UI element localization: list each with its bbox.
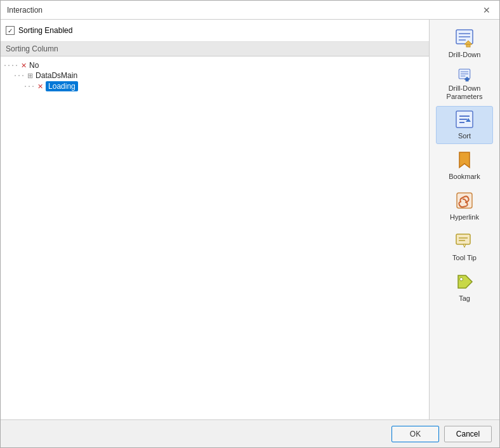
drill-down-params-icon (454, 68, 475, 82)
drill-down-icon (454, 28, 475, 48)
svg-rect-17 (457, 193, 472, 208)
drill-down-params-label: Drill-DownParameters (447, 84, 483, 101)
sidebar-btn-drill-down-params[interactable]: Drill-DownParameters (436, 65, 493, 103)
tooltip-icon (454, 231, 475, 251)
svg-rect-11 (466, 79, 468, 81)
tree-label-loading: Loading (46, 81, 78, 91)
tree-label-datadsMain: DataDsMain (36, 71, 77, 80)
dialog-footer: OK Cancel (1, 419, 499, 447)
tree-item-datadsMain[interactable]: ··· ⊞ DataDsMain (3, 70, 426, 81)
x-icon: ✕ (37, 82, 43, 91)
sorting-enabled-label: Sorting Enabled (18, 26, 72, 35)
tree-connector: ···· (3, 62, 18, 69)
tree-connector: ··· (13, 72, 25, 79)
tree-label-no: No (29, 61, 39, 70)
tree-area: ···· ✕ No ··· ⊞ DataDsMain ··· ✕ Loading (1, 56, 429, 419)
tag-icon (454, 272, 475, 292)
title-bar: Interaction ✕ (1, 1, 499, 20)
sidebar-btn-sort[interactable]: Sort (436, 106, 493, 144)
sidebar-btn-tag[interactable]: Tag (436, 268, 493, 306)
interaction-dialog: Interaction ✕ ✓ Sorting Enabled Sorting … (0, 0, 500, 448)
sorting-column-header: Sorting Column (1, 42, 429, 56)
dialog-body: ✓ Sorting Enabled Sorting Column ···· ✕ … (1, 20, 499, 419)
sort-label: Sort (458, 132, 471, 140)
dialog-title: Interaction (7, 6, 43, 15)
cancel-button[interactable]: Cancel (444, 426, 492, 442)
hyperlink-label: Hyperlink (450, 213, 479, 221)
sidebar: Drill-Down Drill-DownParameters (430, 20, 499, 419)
sort-icon (454, 109, 475, 129)
svg-marker-21 (463, 244, 466, 247)
bookmark-label: Bookmark (449, 173, 480, 181)
folder-icon: ⊞ (27, 72, 33, 80)
sorting-enabled-checkbox[interactable]: ✓ (6, 26, 15, 35)
svg-rect-5 (466, 44, 470, 47)
ok-button[interactable]: OK (391, 426, 439, 442)
bookmark-icon (454, 150, 475, 170)
x-icon: ✕ (21, 62, 27, 70)
tooltip-label: Tool Tip (452, 254, 477, 262)
tag-label: Tag (459, 294, 470, 303)
hyperlink-icon (454, 190, 475, 211)
sidebar-btn-bookmark[interactable]: Bookmark (436, 147, 493, 185)
svg-point-22 (460, 278, 463, 281)
svg-rect-18 (456, 234, 470, 244)
close-button[interactable]: ✕ (480, 4, 493, 16)
main-content: ✓ Sorting Enabled Sorting Column ···· ✕ … (1, 20, 430, 419)
sidebar-btn-tooltip[interactable]: Tool Tip (436, 228, 493, 266)
tree-connector: ··· (23, 83, 35, 90)
tree-item-no[interactable]: ···· ✕ No (3, 60, 426, 70)
sorting-enabled-row[interactable]: ✓ Sorting Enabled (1, 20, 429, 42)
tree-item-loading[interactable]: ··· ✕ Loading (3, 81, 426, 92)
sidebar-btn-drill-down[interactable]: Drill-Down (436, 25, 493, 63)
sidebar-btn-hyperlink[interactable]: Hyperlink (436, 187, 493, 225)
drill-down-label: Drill-Down (449, 51, 481, 59)
